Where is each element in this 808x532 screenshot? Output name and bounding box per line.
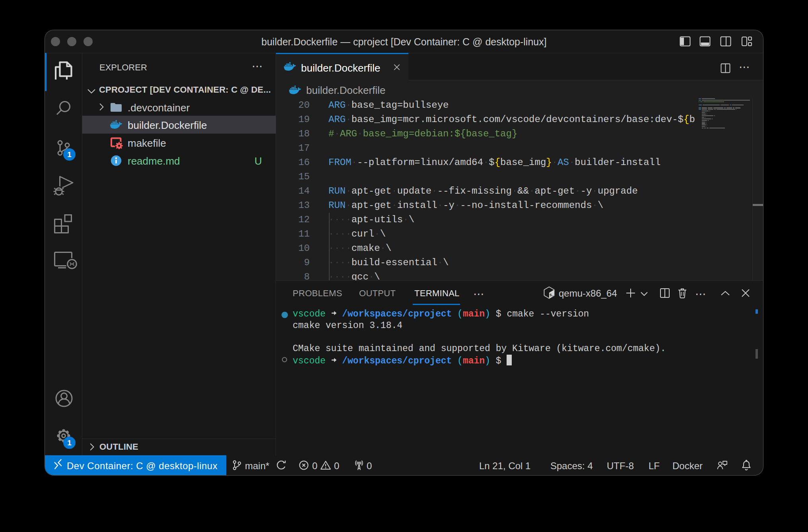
svg-text:$,: $, — [550, 293, 554, 297]
